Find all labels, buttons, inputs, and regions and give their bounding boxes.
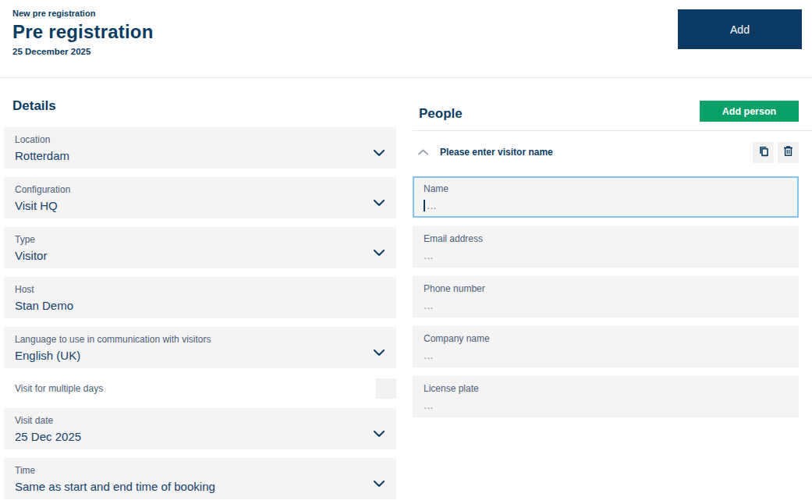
field-value: Visit HQ <box>15 199 365 213</box>
field-value: Same as start and end time of booking <box>15 480 365 494</box>
host-field[interactable]: Host Stan Demo <box>4 277 396 318</box>
field-label: Visit date <box>15 415 365 427</box>
multiple-days-row: Visit for multiple days <box>4 377 396 399</box>
multiple-days-checkbox[interactable] <box>376 378 396 399</box>
location-dropdown[interactable]: Location Rotterdam <box>4 127 396 169</box>
field-placeholder: ... <box>424 198 786 212</box>
field-label: Company name <box>424 333 788 345</box>
chevron-down-icon <box>374 426 385 440</box>
people-section: People Add person Please enter visitor n… <box>413 90 799 426</box>
field-label: Location <box>15 134 365 146</box>
field-placeholder: ... <box>424 348 788 362</box>
header-divider <box>0 77 812 78</box>
language-dropdown[interactable]: Language to use in communication with vi… <box>4 327 396 368</box>
chevron-up-icon[interactable] <box>418 149 428 155</box>
people-header: People Add person <box>413 98 799 130</box>
details-section: Details Location Rotterdam Configuration… <box>4 90 396 504</box>
text-cursor <box>424 200 425 211</box>
page-title: Pre registration <box>12 21 154 43</box>
person-card-header: Please enter visitor name <box>413 141 799 163</box>
field-label: Name <box>424 183 786 195</box>
multiple-days-label: Visit for multiple days <box>15 383 376 394</box>
chevron-down-icon <box>374 145 385 159</box>
chevron-down-icon <box>374 245 385 259</box>
person-card-fields: Name ... Email address ... Phone number … <box>413 176 799 417</box>
field-placeholder: ... <box>424 398 788 412</box>
breadcrumb: New pre registration <box>12 9 154 18</box>
field-label: Type <box>15 234 365 246</box>
people-heading: People <box>419 105 463 122</box>
field-value: Rotterdam <box>15 149 365 163</box>
field-label: Email address <box>424 233 788 245</box>
name-input[interactable]: Name ... <box>413 176 799 218</box>
field-value: Visitor <box>15 249 365 263</box>
time-dropdown[interactable]: Time Same as start and end time of booki… <box>4 458 396 499</box>
chevron-down-icon <box>374 345 385 359</box>
field-placeholder: ... <box>424 248 788 262</box>
visit-date-dropdown[interactable]: Visit date 25 Dec 2025 <box>4 408 396 449</box>
chevron-down-icon <box>374 195 385 209</box>
field-label: Phone number <box>424 283 788 295</box>
details-heading: Details <box>12 98 396 115</box>
email-input[interactable]: Email address ... <box>413 226 799 268</box>
field-label: Time <box>15 465 365 477</box>
phone-input[interactable]: Phone number ... <box>413 276 799 318</box>
delete-person-button[interactable] <box>778 142 799 163</box>
company-input[interactable]: Company name ... <box>413 326 799 367</box>
type-dropdown[interactable]: Type Visitor <box>4 227 396 268</box>
field-value: Stan Demo <box>15 299 365 313</box>
field-value: 25 Dec 2025 <box>15 430 365 444</box>
configuration-dropdown[interactable]: Configuration Visit HQ <box>4 177 396 218</box>
divider <box>413 130 812 131</box>
field-label: License plate <box>424 383 788 395</box>
copy-icon <box>757 145 770 160</box>
add-button[interactable]: Add <box>678 9 802 49</box>
license-plate-input[interactable]: License plate ... <box>413 376 799 417</box>
field-label: Language to use in communication with vi… <box>15 334 365 346</box>
field-label: Configuration <box>15 184 365 196</box>
page-header: New pre registration Pre registration 25… <box>12 9 154 56</box>
add-person-button[interactable]: Add person <box>700 101 799 122</box>
field-label: Host <box>15 284 365 296</box>
duplicate-person-button[interactable] <box>753 142 774 163</box>
header-date: 25 December 2025 <box>12 47 154 56</box>
person-card-title: Please enter visitor name <box>440 147 749 158</box>
field-value: English (UK) <box>15 349 365 363</box>
field-placeholder: ... <box>424 298 788 312</box>
chevron-down-icon <box>374 476 385 490</box>
trash-icon <box>782 145 794 159</box>
pre-registration-page: New pre registration Pre registration 25… <box>0 0 812 504</box>
